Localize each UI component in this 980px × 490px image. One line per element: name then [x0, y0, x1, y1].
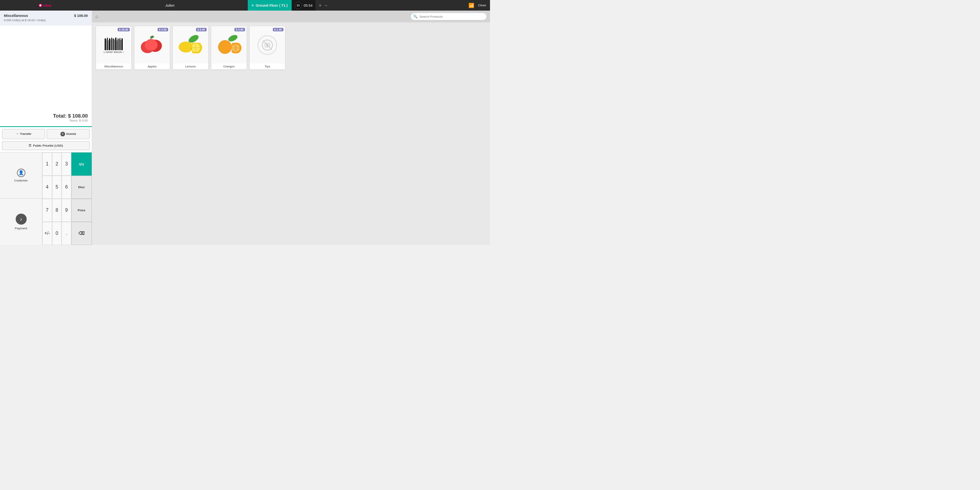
- key-2[interactable]: 2: [52, 152, 62, 176]
- order-total-section: Total: $ 108.00 Taxes: $ 0.00: [0, 25, 92, 127]
- order-item-price: $ 108.00: [74, 14, 88, 18]
- home-button[interactable]: ⌂: [95, 14, 98, 19]
- numpad-area: 👤 Customer › Payment 1 2 3 Qty 4 5 6 Dis…: [0, 152, 92, 245]
- barcode-bars: [105, 36, 123, 50]
- product-img-tips: [250, 26, 285, 64]
- price-button[interactable]: Price: [71, 199, 92, 222]
- header-controls: + −: [316, 0, 330, 11]
- key-dot[interactable]: .: [62, 222, 71, 245]
- customer-icon: 👤: [17, 169, 25, 177]
- product-price-lemons: $ 6.00: [196, 28, 207, 31]
- key-4[interactable]: 4: [42, 176, 52, 199]
- floor-tab[interactable]: « Ground Floor ( T1 ): [248, 0, 292, 11]
- order-total-line: Total: $ 108.00: [53, 113, 88, 119]
- product-img-miscellaneous: 1 234567 890128 >: [96, 26, 131, 64]
- order-item-detail: 6.000 Unit(s) at $ 18.00 / Unit(s): [4, 18, 88, 22]
- action-buttons: → Transfer 6 Guests: [0, 127, 92, 141]
- payment-arrow-icon: ›: [16, 214, 27, 225]
- floor-arrows-icon: «: [252, 3, 254, 7]
- product-name-apples: Apples: [134, 64, 170, 69]
- table-badge: 11: [295, 2, 302, 9]
- no-photo-icon: [258, 35, 277, 55]
- key-1[interactable]: 1: [42, 152, 52, 176]
- delete-button[interactable]: ⌫: [71, 222, 92, 245]
- customer-button[interactable]: 👤 Customer: [0, 152, 42, 199]
- product-card-apples[interactable]: $ 3.00 Apples: [134, 26, 170, 69]
- customer-section: 👤 Customer › Payment: [0, 152, 42, 245]
- transfer-button[interactable]: → Transfer: [2, 129, 45, 139]
- odoo-logo: odoo: [38, 2, 54, 9]
- time-section: 11 05:54: [292, 0, 316, 11]
- logo-area: odoo: [0, 2, 92, 9]
- key-8[interactable]: 8: [52, 199, 62, 222]
- product-card-lemons[interactable]: $ 6.00: [173, 26, 208, 69]
- order-item-name: Miscellaneous: [4, 14, 28, 18]
- apples-svg: [138, 32, 166, 58]
- product-card-oranges[interactable]: $ 5.00: [211, 26, 247, 69]
- search-bar-container: 🔍: [410, 13, 487, 20]
- left-panel: Miscellaneous $ 108.00 6.000 Unit(s) at …: [0, 11, 92, 245]
- product-name-lemons: Lemons: [173, 64, 208, 69]
- time-display: 05:54: [304, 4, 313, 7]
- key-7[interactable]: 7: [42, 199, 52, 222]
- guests-count-badge: 6: [60, 132, 65, 136]
- product-img-apples: [134, 26, 170, 64]
- search-input[interactable]: [410, 13, 487, 20]
- product-img-lemons: [173, 26, 208, 64]
- svg-text:odoo: odoo: [43, 3, 51, 7]
- products-grid: $ 18.00: [92, 22, 490, 245]
- product-name-tips: Tips: [250, 64, 285, 69]
- order-tax-line: Taxes: $ 0.00: [69, 119, 88, 122]
- key-3[interactable]: 3: [62, 152, 71, 176]
- product-card-tips[interactable]: $ 1.00 Tips: [250, 26, 285, 69]
- numpad-grid: 1 2 3 Qty 4 5 6 Disc 7 8 9 Price +/- 0 .…: [42, 152, 92, 245]
- svg-point-17: [227, 34, 238, 43]
- pricelist-list-icon: ☰: [29, 144, 31, 147]
- svg-point-1: [39, 4, 41, 6]
- qty-button[interactable]: Qty: [71, 152, 92, 176]
- user-name: Julien: [92, 4, 248, 7]
- transfer-arrow-icon: →: [16, 132, 19, 136]
- close-button[interactable]: Close: [478, 4, 486, 7]
- product-price-apples: $ 3.00: [158, 28, 168, 31]
- product-card-miscellaneous[interactable]: $ 18.00: [96, 26, 131, 69]
- product-name-oranges: Oranges: [211, 64, 247, 69]
- oranges-svg: [215, 32, 243, 58]
- key-6[interactable]: 6: [62, 176, 71, 199]
- pricelist-button[interactable]: ☰ Public Pricelist (USD): [2, 141, 90, 150]
- payment-label: Payment: [15, 227, 27, 230]
- key-5[interactable]: 5: [52, 176, 62, 199]
- product-img-oranges: [211, 26, 247, 64]
- header-right: 📶 Close: [330, 3, 490, 8]
- key-plusminus[interactable]: +/-: [42, 222, 52, 245]
- customer-label: Customer: [14, 179, 28, 182]
- right-toolbar: ⌂ 🔍: [92, 11, 490, 22]
- barcode-number: 1 234567 890128 >: [103, 51, 124, 53]
- svg-point-5: [145, 39, 158, 51]
- svg-line-30: [263, 40, 272, 50]
- main-layout: Miscellaneous $ 108.00 6.000 Unit(s) at …: [0, 11, 490, 245]
- search-icon: 🔍: [413, 15, 417, 18]
- order-item[interactable]: Miscellaneous $ 108.00 6.000 Unit(s) at …: [0, 11, 92, 25]
- payment-button[interactable]: › Payment: [0, 199, 42, 245]
- add-button[interactable]: +: [319, 3, 321, 8]
- product-price-miscellaneous: $ 18.00: [118, 28, 130, 31]
- lemons-svg: [177, 32, 204, 58]
- product-price-oranges: $ 5.00: [234, 28, 245, 31]
- disc-button[interactable]: Disc: [71, 176, 92, 199]
- key-9[interactable]: 9: [62, 199, 71, 222]
- guests-button[interactable]: 6 Guests: [47, 129, 90, 139]
- svg-point-9: [179, 42, 193, 53]
- right-panel: ⌂ 🔍 $ 18.00: [92, 11, 490, 245]
- wifi-icon: 📶: [468, 3, 474, 8]
- key-0[interactable]: 0: [52, 222, 62, 245]
- product-price-tips: $ 1.00: [273, 28, 283, 31]
- header: odoo Julien « Ground Floor ( T1 ) 11 05:…: [0, 0, 490, 11]
- product-name-miscellaneous: Miscellaneous: [96, 64, 131, 69]
- minus-button[interactable]: −: [325, 3, 327, 8]
